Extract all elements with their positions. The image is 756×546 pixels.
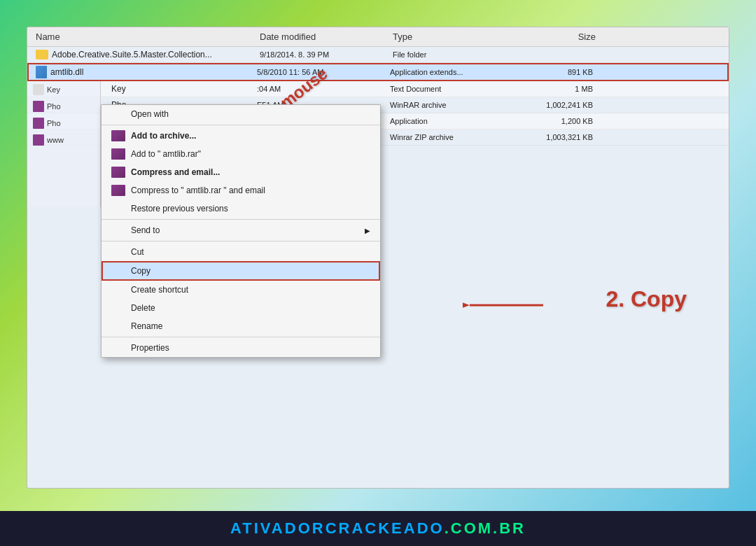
folder-icon — [36, 50, 48, 59]
col-header-date: Date modified — [260, 31, 393, 42]
submenu-arrow-icon: ▶ — [365, 227, 370, 234]
watermark-part1: ATIVADORCRACKEADO — [230, 519, 444, 537]
explorer-header: Name Date modified Type Size — [27, 27, 729, 47]
col-header-size: Size — [526, 31, 596, 42]
file-date: 9/18/2014. 8. 39 PM — [260, 50, 393, 59]
file-size-5: 1,200 KB — [523, 117, 593, 125]
key-icon — [33, 84, 44, 95]
file-size-4: 1,002,241 KB — [523, 101, 593, 109]
bottom-bar: ATIVADORCRACKEADO.COM.BR — [0, 511, 756, 546]
watermark-part2: .COM.BR — [444, 519, 526, 537]
ctx-delete[interactable]: Delete — [102, 299, 380, 317]
ctx-create-shortcut[interactable]: Create shortcut — [102, 281, 380, 299]
file-size-dll: 891 KB — [523, 68, 593, 76]
ctx-add-archive[interactable]: Add to archive... — [102, 127, 380, 145]
ctx-rename-icon — [111, 321, 125, 332]
pho2-icon — [33, 118, 44, 129]
file-size-6: 1,003,321 KB — [523, 133, 593, 141]
ctx-delete-icon — [111, 302, 125, 314]
file-name-cell-dll: amtlib.dll — [36, 66, 257, 78]
file-type-5: Application — [390, 117, 523, 125]
sidebar-item-pho1[interactable]: Pho — [27, 98, 100, 115]
ctx-sep-4 — [102, 337, 380, 337]
file-size-3: 1 MB — [523, 85, 593, 93]
ctx-restore-icon — [111, 203, 125, 214]
file-row-1[interactable]: Adobe.Creative.Suite.5.Master.Collection… — [27, 47, 729, 63]
ctx-cut[interactable]: Cut — [102, 243, 380, 261]
ctx-compress-email[interactable]: Compress and email... — [102, 163, 380, 181]
col-header-type: Type — [393, 31, 526, 42]
file-row-3[interactable]: Key :04 AM Text Document 1 MB — [27, 81, 729, 97]
pho1-icon — [33, 101, 44, 112]
ctx-open-with-icon — [111, 108, 125, 120]
ctx-add-amtlib[interactable]: Add to " amtlib.rar" — [102, 145, 380, 163]
ctx-sep-1 — [102, 125, 380, 125]
ctx-restore[interactable]: Restore previous versions — [102, 200, 380, 218]
arrow-to-copy — [463, 295, 547, 318]
ctx-properties-icon — [111, 342, 125, 354]
file-type-dll: Application extends... — [390, 68, 523, 76]
file-type-6: Winrar ZIP archive — [390, 133, 523, 141]
www-icon — [33, 134, 44, 146]
ctx-open-with[interactable]: Open with — [102, 105, 380, 123]
file-name-3: Key — [111, 84, 126, 94]
file-date-3: :04 AM — [257, 85, 390, 93]
ctx-copy[interactable]: Copy — [102, 261, 380, 281]
sidebar-item-www[interactable]: www — [27, 132, 100, 148]
file-name: Adobe.Creative.Suite.5.Master.Collection… — [52, 50, 212, 59]
watermark-text: ATIVADORCRACKEADO.COM.BR — [230, 519, 526, 538]
col-header-name: Name — [36, 31, 260, 42]
sidebar-strip: Key Pho Pho www — [27, 81, 101, 207]
ctx-compress-amtlib-email[interactable]: Compress to " amtlib.rar " and email — [102, 181, 380, 200]
ctx-shortcut-icon — [111, 284, 125, 295]
file-row-amtlib[interactable]: amtlib.dll 5/8/2010 11: 56 AM Applicatio… — [27, 63, 729, 81]
ctx-cut-icon — [111, 246, 125, 258]
annotation-copy: 2. Copy — [606, 286, 687, 312]
ctx-sep-2 — [102, 219, 380, 220]
file-name-cell: Adobe.Creative.Suite.5.Master.Collection… — [36, 50, 260, 59]
ctx-winrar-icon-2 — [111, 148, 125, 160]
dll-icon — [36, 66, 47, 78]
ctx-send-to[interactable]: Send to ▶ — [102, 221, 380, 239]
ctx-copy-icon — [111, 265, 125, 276]
ctx-sendto-icon — [111, 225, 125, 236]
screenshot-window: Name Date modified Type Size Adobe.Creat… — [27, 27, 729, 489]
sidebar-item-key[interactable]: Key — [27, 81, 100, 98]
file-type: File folder — [393, 50, 526, 59]
sidebar-item-pho2[interactable]: Pho — [27, 115, 100, 132]
ctx-sep-3 — [102, 241, 380, 241]
ctx-rename[interactable]: Rename — [102, 317, 380, 335]
file-type-4: WinRAR archive — [390, 101, 523, 109]
ctx-winrar-icon-4 — [111, 185, 125, 196]
ctx-winrar-icon-3 — [111, 167, 125, 178]
ctx-winrar-icon-1 — [111, 130, 125, 141]
ctx-properties[interactable]: Properties — [102, 339, 380, 357]
file-name-dll: amtlib.dll — [50, 67, 83, 77]
file-type-3: Text Document — [390, 85, 523, 93]
context-menu: Open with Add to archive... Add to " amt… — [101, 104, 381, 358]
